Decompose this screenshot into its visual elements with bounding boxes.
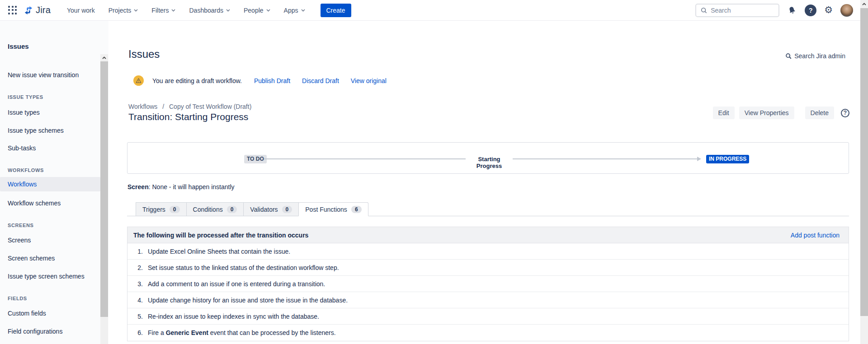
chevron-down-icon bbox=[301, 9, 305, 12]
tab-triggers[interactable]: Triggers 0 bbox=[136, 202, 187, 216]
top-navigation-bar: Jira Your work Projects Filters Dashboar… bbox=[0, 0, 860, 21]
table-row: 2. Set issue status to the linked status… bbox=[127, 260, 849, 276]
sidebar-item-issue-type-screen-schemes[interactable]: Issue type screen schemes bbox=[8, 272, 85, 281]
notifications-bell-icon[interactable] bbox=[786, 4, 798, 17]
app-switcher-icon[interactable] bbox=[8, 6, 17, 15]
sidebar-section-workflows: WORKFLOWS bbox=[8, 167, 44, 173]
tab-validators[interactable]: Validators 0 bbox=[243, 202, 299, 216]
post-functions-header: The following will be processed after th… bbox=[127, 227, 849, 243]
nav-item-dashboards[interactable]: Dashboards bbox=[189, 7, 230, 14]
sidebar-section-issue-types: ISSUE TYPES bbox=[8, 94, 43, 100]
breadcrumb-separator: / bbox=[162, 103, 164, 110]
sidebar-item-sub-tasks[interactable]: Sub-tasks bbox=[8, 144, 36, 153]
sidebar-item-new-issue-view-transition[interactable]: New issue view transition bbox=[8, 70, 79, 79]
global-search[interactable] bbox=[695, 4, 779, 17]
page-title: Issues bbox=[128, 48, 160, 60]
tab-post-functions-count-badge: 6 bbox=[351, 206, 362, 213]
transition-tabs: Triggers 0 Conditions 0 Validators 0 Pos… bbox=[136, 202, 368, 216]
status-lozenge-todo: TO DO bbox=[244, 155, 267, 163]
view-original-link[interactable]: View original bbox=[351, 77, 387, 84]
sidebar-section-fields: FIELDS bbox=[8, 295, 27, 302]
tab-conditions[interactable]: Conditions 0 bbox=[186, 202, 244, 216]
jira-admin-page: Jira Your work Projects Filters Dashboar… bbox=[0, 0, 868, 344]
table-row: 6. Fire a Generic Event event that can b… bbox=[127, 325, 849, 341]
edit-button[interactable]: Edit bbox=[713, 107, 735, 119]
table-row: 5. Re-index an issue to keep indexes in … bbox=[127, 308, 849, 325]
nav-item-apps[interactable]: Apps bbox=[284, 7, 305, 14]
screen-info: Screen: None - it will happen instantly bbox=[127, 183, 235, 191]
scrollbar-up-arrow[interactable] bbox=[860, 0, 868, 8]
table-row: 3. Add a comment to an issue if one is e… bbox=[127, 276, 849, 292]
publish-draft-link[interactable]: Publish Draft bbox=[254, 77, 290, 84]
transition-line bbox=[264, 158, 466, 159]
sidebar-scrollbar-up-arrow[interactable] bbox=[100, 54, 108, 61]
transition-action-buttons: Edit View Properties Delete ? bbox=[713, 107, 849, 119]
chevron-down-icon bbox=[266, 9, 270, 12]
status-lozenge-in-progress: IN PROGRESS bbox=[706, 155, 749, 163]
create-button[interactable]: Create bbox=[321, 4, 351, 17]
delete-button[interactable]: Delete bbox=[805, 107, 834, 119]
search-jira-admin-link[interactable]: Search Jira admin bbox=[785, 52, 845, 60]
scrollbar-thumb[interactable] bbox=[860, 8, 868, 316]
sidebar-item-issue-type-schemes[interactable]: Issue type schemes bbox=[8, 126, 64, 135]
settings-gear-icon[interactable]: ⚙ bbox=[824, 5, 833, 15]
breadcrumb-workflows[interactable]: Workflows bbox=[128, 103, 157, 110]
chevron-down-icon bbox=[134, 9, 138, 12]
admin-sidebar: Issues New issue view transition ISSUE T… bbox=[0, 21, 108, 344]
sidebar-scrollbar-thumb[interactable] bbox=[100, 61, 108, 317]
sidebar-item-field-configurations[interactable]: Field configurations bbox=[8, 327, 62, 336]
nav-item-filters[interactable]: Filters bbox=[151, 7, 175, 14]
main-content: Issues Search Jira admin You are editing… bbox=[108, 21, 860, 344]
table-row: 1. Update Excel Online Sheets that conta… bbox=[127, 243, 849, 260]
search-icon bbox=[701, 7, 707, 14]
transition-arrowhead-icon bbox=[697, 157, 701, 161]
brand-name: Jira bbox=[36, 5, 51, 15]
post-functions-table: The following will be processed after th… bbox=[127, 227, 849, 341]
discard-draft-link[interactable]: Discard Draft bbox=[302, 77, 339, 84]
search-icon bbox=[785, 53, 792, 59]
sidebar-title: Issues bbox=[8, 42, 29, 50]
user-avatar[interactable] bbox=[840, 4, 853, 17]
view-properties-button[interactable]: View Properties bbox=[739, 107, 794, 119]
sidebar-scrollbar[interactable] bbox=[100, 54, 108, 344]
nav-item-your-work[interactable]: Your work bbox=[67, 7, 95, 14]
jira-mark-icon bbox=[24, 5, 33, 15]
tab-conditions-count-badge: 0 bbox=[227, 206, 237, 213]
chevron-down-icon bbox=[226, 9, 230, 12]
tab-validators-count-badge: 0 bbox=[282, 206, 292, 213]
sidebar-item-screen-schemes[interactable]: Screen schemes bbox=[8, 254, 55, 263]
help-question-icon[interactable]: ? bbox=[841, 109, 849, 117]
table-row: 4. Update change history for an issue an… bbox=[127, 292, 849, 308]
tab-post-functions[interactable]: Post Functions 6 bbox=[298, 202, 368, 216]
tab-triggers-count-badge: 0 bbox=[170, 206, 180, 213]
sidebar-item-custom-fields[interactable]: Custom fields bbox=[8, 309, 46, 318]
warning-icon bbox=[133, 75, 144, 86]
transition-diagram: TO DO Starting Progress IN PROGRESS bbox=[127, 142, 849, 174]
screen-value: : None - it will happen instantly bbox=[149, 183, 235, 191]
chevron-down-icon bbox=[171, 9, 175, 12]
sidebar-section-screens: SCREENS bbox=[8, 222, 33, 228]
nav-item-projects[interactable]: Projects bbox=[108, 7, 138, 14]
jira-logo[interactable]: Jira bbox=[24, 5, 51, 15]
search-input[interactable] bbox=[711, 7, 769, 14]
draft-workflow-banner: You are editing a draft workflow. Publis… bbox=[133, 75, 398, 86]
sidebar-item-issue-types[interactable]: Issue types bbox=[8, 108, 40, 117]
transition-line bbox=[513, 158, 697, 159]
transition-title: Transition: Starting Progress bbox=[128, 112, 248, 122]
breadcrumb-current: Copy of Test Workflow (Draft) bbox=[169, 103, 251, 110]
nav-item-people[interactable]: People bbox=[244, 7, 270, 14]
page-scrollbar[interactable] bbox=[860, 0, 868, 344]
transition-label: Starting Progress bbox=[467, 156, 511, 169]
breadcrumb: Workflows / Copy of Test Workflow (Draft… bbox=[128, 103, 251, 110]
draft-banner-message: You are editing a draft workflow. bbox=[152, 77, 242, 84]
add-post-function-link[interactable]: Add post function bbox=[791, 232, 840, 239]
sidebar-item-workflow-schemes[interactable]: Workflow schemes bbox=[8, 199, 61, 208]
help-icon[interactable]: ? bbox=[805, 5, 816, 16]
post-functions-header-text: The following will be processed after th… bbox=[133, 232, 308, 239]
sidebar-item-screens[interactable]: Screens bbox=[8, 236, 31, 245]
screen-label: Screen bbox=[127, 183, 149, 191]
sidebar-item-workflows[interactable]: Workflows bbox=[8, 180, 37, 189]
